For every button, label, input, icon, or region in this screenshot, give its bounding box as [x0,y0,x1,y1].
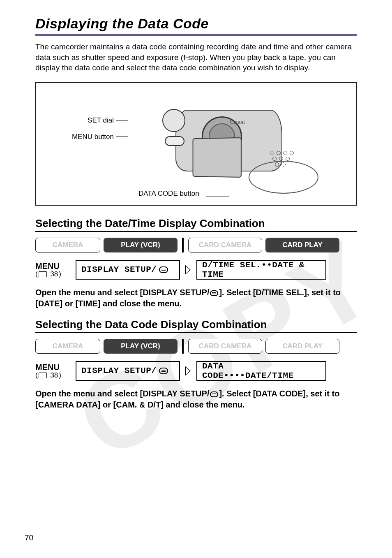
display-icon [159,266,168,273]
menu-box-display-setup: DISPLAY SETUP/ [76,260,180,280]
menu-label: MENU ( 38) [35,262,71,278]
arrow-right-icon [185,366,191,376]
mode-play-vcr: PLAY (VCR) [104,238,178,252]
menu-box1-text: DISPLAY SETUP/ [81,366,157,375]
section1-mode-row: CAMERA PLAY (VCR) CARD CAMERA CARD PLAY [35,238,357,252]
menu-word: MENU [35,363,71,372]
label-menu-button: MENU button [64,133,114,141]
section1-heading: Selecting the Date/Time Display Combinat… [35,217,357,232]
menu-label: MENU ( 38) [35,363,71,380]
mode-card-camera: CARD CAMERA [188,238,262,252]
mode-card-play: CARD PLAY [265,238,339,252]
book-icon [39,373,47,378]
menu-box2-text: D/TIME SEL.••DATE & TIME [202,260,321,279]
section2-menu-row: MENU ( 38) DISPLAY SETUP/ DATA CODE••••D… [35,361,357,381]
display-icon [210,391,218,397]
mode-card-camera: CARD CAMERA [188,339,262,354]
display-icon [159,368,168,374]
mode-card-play: CARD PLAY [265,339,339,354]
section2-instruction: Open the menu and select [DISPLAY SETUP/… [35,388,357,410]
page-number: 70 [25,533,33,542]
camcorder-illustration: Canon [122,97,295,192]
section1-menu-row: MENU ( 38) DISPLAY SETUP/ D/TIME SEL.••D… [35,260,357,280]
mode-play-vcr: PLAY (VCR) [104,339,178,354]
instr2a: Open the menu and select [DISPLAY SETUP/ [35,389,209,398]
camcorder-diagram: SET dial MENU button DATA CODE button Ca… [35,82,357,206]
book-icon [39,271,47,277]
mode-camera: CAMERA [35,339,100,354]
leader-line [206,197,229,197]
mode-separator-icon [182,339,184,354]
label-set-dial: SET dial [69,116,114,125]
data-code-button-icon [270,151,294,168]
menu-word: MENU [35,262,71,271]
section2-mode-row: CAMERA PLAY (VCR) CARD CAMERA CARD PLAY [35,339,357,354]
arrow-right-icon [185,265,191,275]
menu-box1-text: DISPLAY SETUP/ [81,265,157,274]
section2-heading: Selecting the Data Code Display Combinat… [35,318,357,333]
set-dial-icon [162,109,185,132]
intro-paragraph: The camcorder maintains a data code cont… [35,42,357,73]
menu-box-dtime-sel: D/TIME SEL.••DATE & TIME [196,260,326,280]
menu-box-data-code: DATA CODE••••DATE/TIME [196,361,326,381]
menu-button-icon [165,136,184,146]
page-container: Displaying the Data Code The camcorder m… [0,0,392,410]
brand-text: Canon [230,119,245,125]
menu-box-display-setup: DISPLAY SETUP/ [76,361,180,381]
menu-box2-text: DATA CODE••••DATE/TIME [202,361,321,380]
mode-camera: CAMERA [35,238,100,252]
instr1a: Open the menu and select [DISPLAY SETUP/ [35,288,209,297]
display-icon [210,290,218,296]
menu-ref: 38 [50,271,58,278]
section1-instruction: Open the menu and select [DISPLAY SETUP/… [35,287,357,309]
menu-ref: 38 [50,372,58,380]
page-title: Displaying the Data Code [35,16,357,36]
mode-separator-icon [182,238,184,252]
